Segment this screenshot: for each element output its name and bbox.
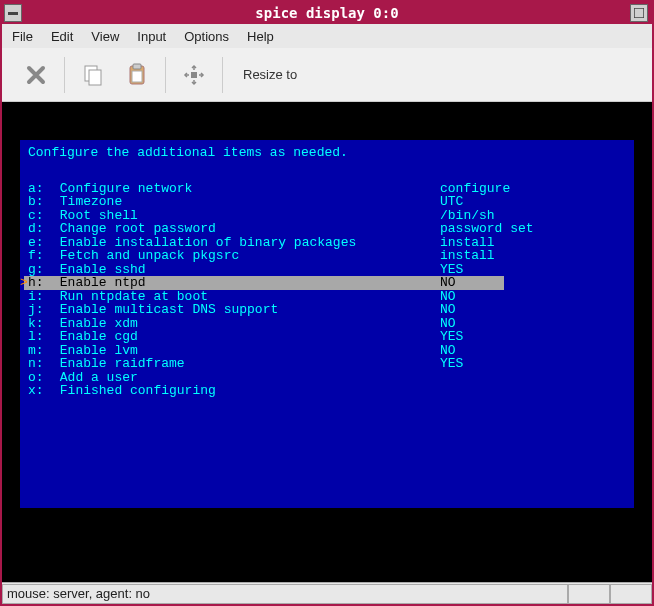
svg-rect-1 <box>634 8 644 18</box>
item-value: NO <box>440 276 456 290</box>
resize-label: Resize to <box>243 67 297 82</box>
item-label: Enable lvm <box>52 344 440 358</box>
menu-item-m[interactable]: m: Enable lvmNO <box>20 344 634 358</box>
item-value: YES <box>440 357 463 371</box>
item-key: o: <box>28 371 52 385</box>
menu-item-x[interactable]: x: Finished configuring <box>20 384 634 398</box>
item-value: password set <box>440 222 534 236</box>
item-value: NO <box>440 290 456 304</box>
item-value: YES <box>440 330 463 344</box>
item-value: configure <box>440 182 510 196</box>
item-key: i: <box>28 290 52 304</box>
selection-arrow-icon: > <box>20 276 28 290</box>
window-menu-button[interactable] <box>4 4 22 22</box>
item-key: g: <box>28 263 52 277</box>
menu-item-o[interactable]: o: Add a user <box>20 371 634 385</box>
close-icon <box>26 65 46 85</box>
item-label: Timezone <box>52 195 440 209</box>
item-value: NO <box>440 317 456 331</box>
menu-item-f[interactable]: f: Fetch and unpack pkgsrcinstall <box>20 249 634 263</box>
menu-item-a[interactable]: a: Configure networkconfigure <box>20 182 634 196</box>
item-label: Enable cgd <box>52 330 440 344</box>
item-label: Configure network <box>52 182 440 196</box>
status-cell-1 <box>568 584 610 604</box>
copy-icon <box>82 64 104 86</box>
item-label: Enable sshd <box>52 263 440 277</box>
item-key: x: <box>28 384 52 398</box>
item-key: k: <box>28 317 52 331</box>
statusbar: mouse: server, agent: no <box>2 582 652 604</box>
item-label: Enable ntpd <box>52 276 440 290</box>
item-key: j: <box>28 303 52 317</box>
paste-button[interactable] <box>115 53 159 97</box>
item-key: c: <box>28 209 52 223</box>
svg-rect-0 <box>8 12 18 15</box>
svg-rect-7 <box>191 72 197 78</box>
item-label: Run ntpdate at boot <box>52 290 440 304</box>
menu-item-d[interactable]: d: Change root passwordpassword set <box>20 222 634 236</box>
console-header: Configure the additional items as needed… <box>20 146 634 160</box>
status-text: mouse: server, agent: no <box>2 584 568 604</box>
item-label: Change root password <box>52 222 440 236</box>
menu-item-j[interactable]: j: Enable multicast DNS supportNO <box>20 303 634 317</box>
menu-item-b[interactable]: b: TimezoneUTC <box>20 195 634 209</box>
menu-item-l[interactable]: l: Enable cgdYES <box>20 330 634 344</box>
window-title: spice display 0:0 <box>2 5 652 21</box>
menu-view[interactable]: View <box>91 29 119 44</box>
menu-item-c[interactable]: c: Root shell/bin/sh <box>20 209 634 223</box>
menu-file[interactable]: File <box>12 29 33 44</box>
item-value: NO <box>440 303 456 317</box>
separator <box>64 57 65 93</box>
separator <box>222 57 223 93</box>
display-area[interactable]: Configure the additional items as needed… <box>2 102 652 582</box>
item-label: Add a user <box>52 371 440 385</box>
menu-item-h[interactable]: >h: Enable ntpdNO <box>24 276 504 290</box>
svg-rect-3 <box>89 70 101 85</box>
menu-edit[interactable]: Edit <box>51 29 73 44</box>
menu-item-k[interactable]: k: Enable xdmNO <box>20 317 634 331</box>
copy-button[interactable] <box>71 53 115 97</box>
toolbar: Resize to <box>2 48 652 102</box>
menu-item-i[interactable]: i: Run ntpdate at bootNO <box>20 290 634 304</box>
fullscreen-icon <box>183 64 205 86</box>
item-label: Finished configuring <box>52 384 440 398</box>
item-label: Enable raidframe <box>52 357 440 371</box>
console: Configure the additional items as needed… <box>20 140 634 508</box>
close-button[interactable] <box>14 53 58 97</box>
menu-item-g[interactable]: g: Enable sshdYES <box>20 263 634 277</box>
menu-item-n[interactable]: n: Enable raidframeYES <box>20 357 634 371</box>
menubar: File Edit View Input Options Help <box>2 24 652 48</box>
item-key: e: <box>28 236 52 250</box>
item-key: d: <box>28 222 52 236</box>
fullscreen-button[interactable] <box>172 53 216 97</box>
item-value: install <box>440 249 495 263</box>
item-label: Enable xdm <box>52 317 440 331</box>
item-key: b: <box>28 195 52 209</box>
item-value: install <box>440 236 495 250</box>
item-label: Enable multicast DNS support <box>52 303 440 317</box>
menu-options[interactable]: Options <box>184 29 229 44</box>
item-value: /bin/sh <box>440 209 495 223</box>
item-value: NO <box>440 344 456 358</box>
titlebar[interactable]: spice display 0:0 <box>2 2 652 24</box>
svg-rect-5 <box>133 64 141 69</box>
item-key: a: <box>28 182 52 196</box>
maximize-button[interactable] <box>630 4 648 22</box>
svg-rect-6 <box>132 71 142 82</box>
app-window: spice display 0:0 File Edit View Input O… <box>2 2 652 604</box>
paste-icon <box>126 63 148 87</box>
item-key: l: <box>28 330 52 344</box>
item-key: f: <box>28 249 52 263</box>
menu-icon <box>8 12 18 15</box>
menu-input[interactable]: Input <box>137 29 166 44</box>
item-key: h: <box>28 276 52 290</box>
menu-item-e[interactable]: e: Enable installation of binary package… <box>20 236 634 250</box>
menu-help[interactable]: Help <box>247 29 274 44</box>
item-label: Fetch and unpack pkgsrc <box>52 249 440 263</box>
item-label: Enable installation of binary packages <box>52 236 440 250</box>
status-cell-2 <box>610 584 652 604</box>
item-value: YES <box>440 263 463 277</box>
separator <box>165 57 166 93</box>
item-label: Root shell <box>52 209 440 223</box>
maximize-icon <box>634 8 644 18</box>
